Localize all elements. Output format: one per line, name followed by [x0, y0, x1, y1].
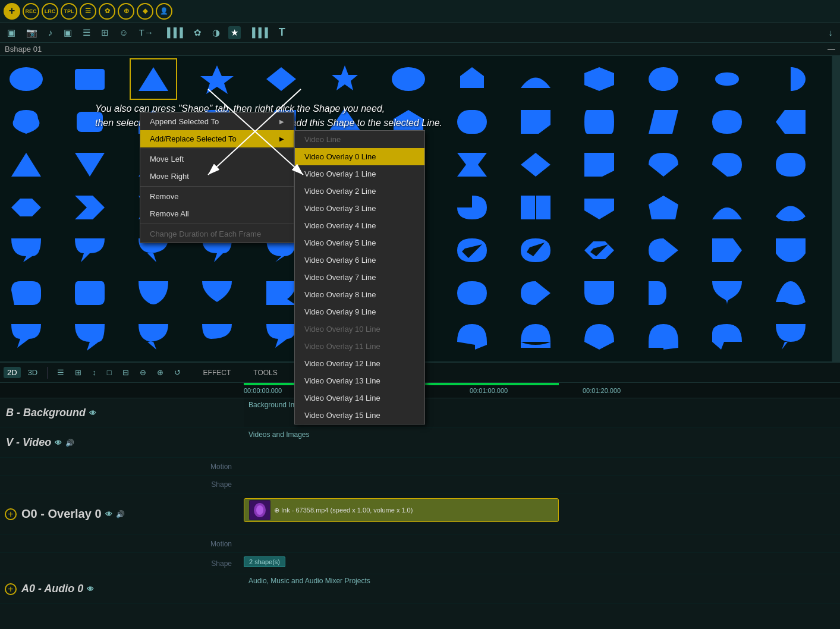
overlay-0-audio-icon[interactable]: 🔊 [116, 510, 125, 518]
shape-item[interactable] [575, 272, 623, 314]
star-icon[interactable]: ★ [228, 26, 241, 39]
shape-item[interactable] [703, 272, 751, 314]
shape-item[interactable] [512, 101, 559, 143]
shape-item[interactable] [2, 229, 50, 271]
video-overlay-8-line[interactable]: Video Overlay 8 Line [295, 286, 424, 303]
timeline-split-icon[interactable]: ⊟ [119, 367, 133, 378]
video-overlay-14-line[interactable]: Video Overlay 14 Line [295, 389, 424, 407]
shape-item[interactable] [767, 101, 814, 143]
shape-item[interactable] [767, 144, 814, 185]
half-circle-icon[interactable]: ◑ [210, 26, 222, 39]
shape-item[interactable] [640, 58, 687, 100]
shape-item[interactable] [512, 272, 559, 314]
shape-item[interactable] [193, 58, 241, 100]
film-icon[interactable]: ▣ [61, 26, 74, 39]
music-icon[interactable]: ♪ [46, 26, 55, 39]
video-overlay-12-line[interactable]: Video Overlay 12 Line [295, 355, 424, 372]
shape-item[interactable] [512, 315, 559, 357]
tab-2d[interactable]: 2D [4, 367, 21, 378]
list-button[interactable]: ☰ [80, 3, 96, 20]
shape-item[interactable] [385, 58, 432, 100]
shape-item[interactable] [448, 187, 496, 228]
grid-icon[interactable]: ⊞ [99, 26, 111, 39]
video-eye-icon[interactable]: 👁 [55, 439, 62, 447]
shape-item[interactable] [512, 229, 559, 271]
shape-item[interactable] [767, 58, 814, 100]
video-overlay-9-line[interactable]: Video Overlay 9 Line [295, 303, 424, 320]
video-overlay-13-line[interactable]: Video Overlay 13 Line [295, 372, 424, 389]
overlay-clip[interactable]: ⊕ Ink - 67358.mp4 (speed x 1.00, volume … [244, 498, 559, 522]
rec-button[interactable]: REC [23, 3, 39, 20]
shape-item[interactable] [321, 58, 369, 100]
add-replace-selected-to[interactable]: Add/Replace Selected To ▶ [140, 130, 294, 147]
timeline-zoom-in-icon[interactable]: ⊕ [153, 367, 167, 378]
shape-item-selected[interactable] [130, 58, 177, 100]
shape-item[interactable] [767, 315, 814, 357]
video-overlay-2-line[interactable]: Video Overlay 2 Line [295, 183, 424, 200]
text-icon[interactable]: T [276, 25, 288, 40]
shape-item[interactable] [193, 272, 241, 314]
shape-item[interactable] [448, 101, 496, 143]
shape-item[interactable] [66, 101, 114, 143]
shape-item[interactable] [640, 272, 687, 314]
shape-item[interactable] [66, 58, 114, 100]
shape-item[interactable] [448, 144, 496, 185]
shape-scrollbar[interactable] [832, 56, 840, 386]
shape-item[interactable] [2, 187, 50, 228]
tpl-button[interactable]: TPL [61, 3, 77, 20]
shape-item[interactable] [448, 229, 496, 271]
shape-item[interactable] [66, 187, 114, 228]
timeline-list-icon[interactable]: ☰ [54, 367, 68, 378]
shape-item[interactable] [575, 315, 623, 357]
shape-item[interactable] [448, 315, 496, 357]
video-overlay-15-line[interactable]: Video Overlay 15 Line [295, 407, 424, 424]
shape-item[interactable] [2, 272, 50, 314]
shape-item[interactable] [640, 187, 687, 228]
shape-item[interactable] [703, 58, 751, 100]
timeline-undo-icon[interactable]: ↺ [171, 367, 184, 378]
shape-item[interactable] [575, 229, 623, 271]
remove-all[interactable]: Remove All [140, 205, 294, 222]
audio-0-eye-icon[interactable]: 👁 [87, 585, 94, 593]
person-button[interactable]: 👤 [156, 3, 172, 20]
shape-item[interactable] [703, 144, 751, 185]
shape-item[interactable] [575, 144, 623, 185]
shape-item[interactable] [703, 187, 751, 228]
shape-item[interactable] [448, 272, 496, 314]
shape-item[interactable] [2, 101, 50, 143]
shape-item[interactable] [703, 315, 751, 357]
video-line[interactable]: Video Line [295, 131, 424, 148]
shape-item[interactable] [448, 58, 496, 100]
shape-item[interactable] [703, 101, 751, 143]
download-icon[interactable]: ↓ [826, 26, 836, 39]
video-overlay-7-line[interactable]: Video Overlay 7 Line [295, 269, 424, 286]
shape-item[interactable] [130, 315, 177, 357]
shape-item[interactable] [575, 187, 623, 228]
tools-tab[interactable]: TOOLS [250, 367, 281, 378]
minimize-btn[interactable]: — [828, 45, 835, 54]
snowflake-icon[interactable]: ✿ [191, 26, 204, 39]
shape-item[interactable] [130, 272, 177, 314]
remove[interactable]: Remove [140, 188, 294, 205]
text-arrow-icon[interactable]: T→ [137, 26, 156, 39]
move-left[interactable]: Move Left [140, 150, 294, 168]
video-overlay-1-line[interactable]: Video Overlay 1 Line [295, 165, 424, 183]
effect-tab[interactable]: EFFECT [200, 367, 235, 378]
chart-icon[interactable]: ▐▐▐ [247, 26, 270, 39]
timeline-grid-icon[interactable]: ⊞ [71, 367, 85, 378]
overlay-0-eye-icon[interactable]: 👁 [105, 510, 112, 518]
shape-item[interactable] [640, 101, 687, 143]
shape-item[interactable] [66, 144, 114, 185]
video-overlay-3-line[interactable]: Video Overlay 3 Line [295, 200, 424, 217]
tab-3d[interactable]: 3D [24, 367, 42, 378]
timeline-clip-icon[interactable]: □ [103, 367, 115, 378]
shape-item[interactable] [767, 187, 814, 228]
add-button[interactable]: + [4, 3, 20, 20]
timeline-sort-icon[interactable]: ↕ [89, 367, 100, 378]
circle-button[interactable]: ⊕ [118, 3, 134, 20]
move-right[interactable]: Move Right [140, 168, 294, 185]
shape-item[interactable] [66, 272, 114, 314]
video-overlay-5-line[interactable]: Video Overlay 5 Line [295, 234, 424, 251]
shape-item[interactable] [66, 229, 114, 271]
shape-item[interactable] [2, 144, 50, 185]
